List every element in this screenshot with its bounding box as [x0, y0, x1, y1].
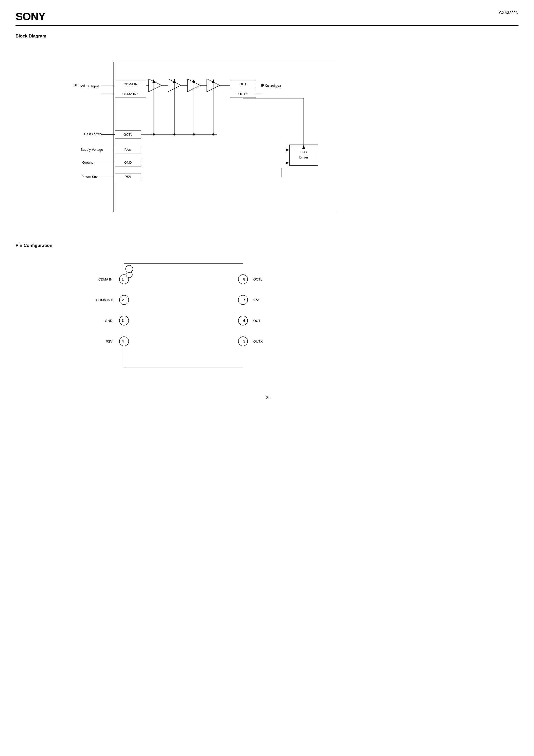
svg-text:CDMA IN: CDMA IN	[98, 278, 113, 281]
block-diagram-section: Block Diagram CDMA IN CDMA INX IF Input	[15, 34, 519, 222]
svg-text:7: 7	[243, 298, 245, 302]
svg-text:Supply Voltage: Supply Voltage	[81, 148, 103, 151]
svg-text:GCTL: GCTL	[253, 278, 262, 281]
svg-text:Vcc: Vcc	[125, 148, 131, 151]
svg-text:Bias: Bias	[300, 150, 307, 154]
svg-text:OUTX: OUTX	[253, 339, 263, 343]
page-header: SONY CXA3222N	[15, 10, 519, 26]
pin-config-section: Pin Configuration 1 2 3 4 8	[15, 243, 519, 380]
svg-rect-67	[124, 264, 243, 367]
svg-text:Vcc: Vcc	[253, 298, 259, 302]
svg-marker-31	[193, 79, 195, 83]
svg-text:Power Save: Power Save	[81, 175, 99, 179]
svg-marker-8	[148, 79, 162, 92]
svg-text:Ground: Ground	[82, 161, 93, 164]
pin-config-title: Pin Configuration	[15, 243, 519, 248]
if-input-label: IF Input	[74, 84, 85, 87]
svg-text:Driver: Driver	[299, 155, 308, 159]
page-number: – 2 –	[263, 395, 271, 400]
block-diagram-svg: CDMA IN CDMA INX IF Input	[36, 46, 398, 228]
svg-text:PSV: PSV	[124, 175, 131, 179]
pin-diagram-svg: 1 2 3 4 8 7 6 5 CDMA IN CDMA INX	[67, 256, 300, 380]
svg-text:3: 3	[122, 318, 124, 323]
svg-marker-30	[173, 79, 176, 83]
svg-marker-53	[286, 162, 289, 164]
svg-point-41	[212, 133, 214, 135]
svg-text:IF Input: IF Input	[87, 84, 99, 88]
svg-text:CDMA INX: CDMA INX	[96, 298, 113, 302]
svg-text:OUT: OUT	[239, 82, 247, 86]
svg-text:2: 2	[122, 298, 124, 302]
svg-point-40	[193, 133, 195, 135]
svg-text:1: 1	[122, 277, 124, 281]
part-number: CXA3222N	[499, 10, 519, 15]
svg-text:8: 8	[243, 277, 245, 281]
svg-text:GND: GND	[124, 161, 132, 164]
svg-point-39	[174, 133, 175, 135]
svg-rect-0	[114, 62, 336, 212]
svg-text:6: 6	[243, 318, 245, 323]
svg-point-38	[153, 133, 155, 135]
svg-text:GND: GND	[105, 319, 113, 323]
svg-text:GCTL: GCTL	[123, 133, 133, 137]
svg-text:PSV: PSV	[106, 339, 113, 343]
svg-text:CDMA IN: CDMA IN	[123, 82, 138, 86]
page-footer: – 2 –	[15, 395, 519, 400]
svg-marker-66	[303, 145, 305, 149]
block-diagram-area: CDMA IN CDMA INX IF Input	[36, 46, 398, 222]
svg-text:OUT: OUT	[253, 319, 260, 323]
block-diagram-title: Block Diagram	[15, 34, 519, 39]
sony-logo: SONY	[15, 10, 45, 23]
svg-text:Gain control: Gain control	[84, 132, 102, 136]
svg-text:5: 5	[243, 339, 245, 343]
svg-text:CDMA INX: CDMA INX	[122, 92, 139, 96]
if-output-label: IF Output	[261, 84, 275, 87]
svg-point-93	[126, 265, 133, 273]
pin-diagram-area: 1 2 3 4 8 7 6 5 CDMA IN CDMA INX	[67, 256, 300, 380]
svg-marker-32	[212, 79, 215, 83]
svg-marker-47	[286, 149, 289, 151]
svg-text:4: 4	[122, 339, 124, 343]
